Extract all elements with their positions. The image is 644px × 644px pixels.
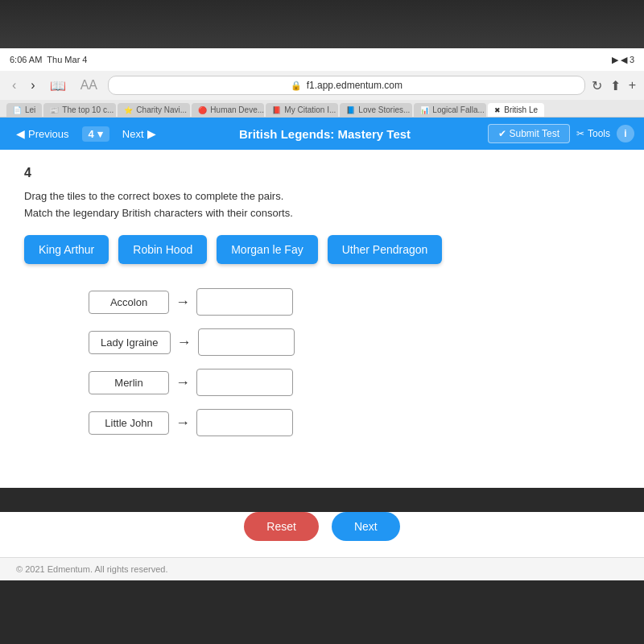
status-time: 6:06 AM: [10, 55, 42, 64]
url-text: f1.app.edmentum.com: [307, 80, 402, 91]
next-button-toolbar[interactable]: Next ▶: [116, 124, 163, 143]
submit-test-button[interactable]: ✔ Submit Test: [488, 124, 570, 143]
back-button[interactable]: ‹: [8, 76, 20, 94]
drop-box-merlin[interactable]: [196, 369, 293, 396]
tab-logical[interactable]: 📊 Logical Falla...: [414, 103, 486, 117]
status-bar: 6:06 AM Thu Mar 4 ▶ ◀ 3: [0, 48, 644, 71]
pairs-container: Accolon → Lady Igraine → Merlin → Little…: [89, 288, 620, 436]
tile-king-arthur[interactable]: King Arthur: [24, 235, 109, 264]
copyright-text: © 2021 Edmentum. All rights reserved.: [16, 564, 167, 574]
tile-robin-hood[interactable]: Robin Hood: [118, 235, 207, 264]
pair-row-merlin: Merlin →: [89, 369, 620, 396]
instruction-drag: Drag the tiles to the correct boxes to c…: [24, 190, 620, 202]
tab-citation-icon: 📕: [272, 106, 281, 114]
tab-charity-icon: ⭐: [124, 106, 133, 114]
arrow-accolon: →: [175, 294, 190, 311]
tab-citation[interactable]: 📕 My Citation I...: [266, 103, 338, 117]
question-number-nav[interactable]: 4 ▾: [82, 126, 109, 142]
tile-uther-pendragon[interactable]: Uther Pendragon: [328, 235, 443, 264]
reload-icon[interactable]: ↻: [592, 78, 602, 93]
address-bar[interactable]: 🔒 f1.app.edmentum.com: [108, 76, 585, 95]
drop-box-little-john[interactable]: [196, 409, 293, 436]
chevron-down-icon: ▾: [97, 128, 103, 140]
tab-logical-icon: 📊: [420, 106, 429, 114]
lock-icon: 🔒: [291, 80, 302, 91]
tab-love[interactable]: 📘 Love Stories...: [340, 103, 412, 117]
tab-top10[interactable]: 📰 The top 10 c...: [43, 103, 116, 117]
arrow-lady-igraine: →: [177, 334, 192, 351]
screen-container: 6:06 AM Thu Mar 4 ▶ ◀ 3 ‹ › 📖 AA 🔒 f1.ap…: [0, 0, 644, 644]
share-icon[interactable]: ⬆: [610, 78, 621, 93]
next-button-bottom[interactable]: Next: [332, 512, 400, 541]
info-icon: i: [624, 128, 626, 139]
status-bar-right: ▶ ◀ 3: [612, 55, 634, 65]
tab-human[interactable]: 🔴 Human Deve...: [192, 103, 264, 117]
device-top-frame: [0, 0, 644, 48]
tools-label: Tools: [588, 128, 610, 139]
tab-british-icon: ✖: [494, 106, 501, 114]
previous-button[interactable]: ◀ Previous: [10, 124, 76, 143]
tab-british[interactable]: ✖ British Le: [488, 103, 544, 117]
tab-love-icon: 📘: [346, 106, 355, 114]
main-content: 4 Drag the tiles to the correct boxes to…: [0, 150, 644, 488]
reader-button[interactable]: AA: [76, 76, 101, 94]
wifi-icon: ▶ ◀ 3: [612, 55, 634, 65]
browser-tabs: 📄 Lei 📰 The top 10 c... ⭐ Charity Navi..…: [0, 100, 644, 117]
pair-label-merlin: Merlin: [89, 371, 169, 394]
status-date: Thu Mar 4: [47, 55, 87, 64]
submit-check-icon: ✔: [498, 128, 506, 139]
app-toolbar: ◀ Previous 4 ▾ Next ▶ British Legends: M…: [0, 118, 644, 150]
arrow-little-john: →: [175, 415, 190, 431]
pair-row-accolon: Accolon →: [89, 288, 620, 316]
next-label-toolbar: Next: [122, 128, 144, 140]
bottom-actions: Reset Next: [0, 512, 644, 557]
submit-label: Submit Test: [510, 128, 559, 139]
tools-icon: ✂: [576, 128, 584, 139]
previous-icon: ◀: [16, 127, 25, 140]
browser-nav: ‹ › 📖 AA 🔒 f1.app.edmentum.com ↻ ⬆ +: [0, 71, 644, 100]
new-tab-icon[interactable]: +: [629, 78, 636, 93]
pair-row-little-john: Little John →: [89, 409, 620, 436]
instruction-match: Match the legendary British characters w…: [24, 207, 620, 219]
next-icon: ▶: [147, 127, 156, 140]
pair-row-lady-igraine: Lady Igraine →: [89, 328, 620, 356]
tab-human-icon: 🔴: [198, 106, 207, 114]
question-num-value: 4: [89, 128, 94, 140]
tab-top10-icon: 📰: [50, 106, 59, 114]
pair-label-accolon: Accolon: [89, 291, 169, 314]
footer: © 2021 Edmentum. All rights reserved.: [0, 557, 644, 580]
question-number-display: 4: [24, 166, 620, 180]
tab-charity[interactable]: ⭐ Charity Navi...: [118, 103, 190, 117]
pair-label-lady-igraine: Lady Igraine: [89, 331, 171, 354]
tiles-row: King Arthur Robin Hood Morgan le Fay Uth…: [24, 235, 620, 264]
browser-chrome: ‹ › 📖 AA 🔒 f1.app.edmentum.com ↻ ⬆ + 📄 L…: [0, 71, 644, 118]
tile-morgan-le-fay[interactable]: Morgan le Fay: [217, 235, 317, 264]
arrow-merlin: →: [175, 374, 190, 391]
test-title: British Legends: Mastery Test: [169, 127, 481, 141]
status-bar-left: 6:06 AM Thu Mar 4: [10, 55, 88, 64]
previous-label: Previous: [28, 128, 69, 140]
browser-actions: ↻ ⬆ +: [592, 78, 636, 93]
info-button[interactable]: i: [617, 125, 634, 142]
forward-button[interactable]: ›: [27, 76, 39, 94]
tab-lei[interactable]: 📄 Lei: [6, 103, 42, 117]
bookmarks-button[interactable]: 📖: [46, 76, 70, 95]
drop-box-accolon[interactable]: [196, 288, 293, 316]
tab-lei-icon: 📄: [13, 106, 22, 114]
pair-label-little-john: Little John: [89, 411, 169, 435]
drop-box-lady-igraine[interactable]: [198, 328, 295, 356]
tools-button[interactable]: ✂ Tools: [576, 128, 610, 139]
reset-button[interactable]: Reset: [244, 512, 319, 541]
